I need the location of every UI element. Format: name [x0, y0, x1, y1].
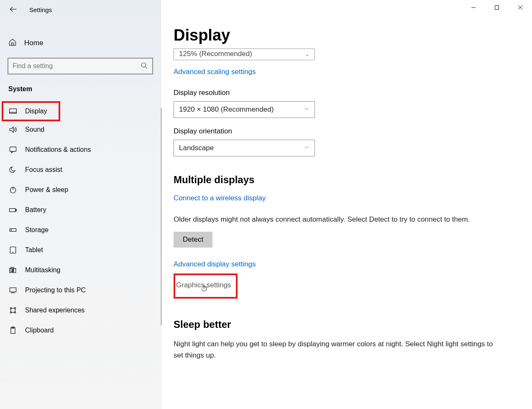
chevron-down-icon — [304, 105, 309, 114]
sidebar-item-label: Tablet — [25, 246, 43, 254]
sidebar-item-label: Display — [25, 107, 47, 115]
sidebar-item-home[interactable]: Home — [0, 32, 161, 54]
resolution-label: Display resolution — [174, 89, 519, 97]
storage-icon — [8, 226, 18, 234]
page-title: Display — [174, 26, 519, 44]
sidebar-item-projecting[interactable]: Projecting to this PC — [0, 280, 161, 300]
resolution-select[interactable]: 1920 × 1080 (Recommended) — [174, 101, 315, 118]
close-button[interactable] — [509, 0, 532, 15]
sidebar-nav: Display Sound Notifications & actions Fo… — [0, 101, 161, 340]
sidebar-item-label: Shared experiences — [25, 307, 84, 314]
svg-point-24 — [10, 307, 11, 309]
sidebar-item-label: Notifications & actions — [25, 146, 91, 153]
chevron-down-icon: ⌄ — [305, 51, 309, 57]
sidebar-item-clipboard[interactable]: Clipboard — [0, 320, 161, 340]
svg-point-26 — [10, 312, 11, 313]
section-multiple-displays: Multiple displays — [174, 174, 519, 186]
moon-icon — [8, 166, 18, 174]
detect-button[interactable]: Detect — [174, 232, 212, 248]
svg-point-25 — [14, 307, 15, 309]
sleep-body-text: Night light can help you get to sleep by… — [174, 339, 504, 361]
svg-rect-15 — [16, 209, 17, 211]
sidebar-category: System — [0, 82, 161, 103]
sidebar-item-notifications[interactable]: Notifications & actions — [0, 140, 161, 160]
svg-rect-14 — [10, 209, 15, 212]
highlight-graphics-settings: Graphics settings — [174, 274, 238, 299]
link-graphics-settings[interactable]: Graphics settings — [176, 281, 231, 289]
clipboard-icon — [8, 326, 18, 335]
back-icon[interactable] — [9, 5, 18, 15]
sidebar-item-battery[interactable]: Battery — [0, 200, 161, 220]
svg-rect-22 — [13, 268, 16, 273]
window-controls — [462, 0, 532, 15]
sidebar: Settings Home System Display Sound Notif… — [0, 0, 161, 409]
sidebar-item-storage[interactable]: Storage — [0, 220, 161, 240]
home-icon — [8, 38, 17, 48]
svg-rect-8 — [10, 109, 17, 113]
svg-point-6 — [141, 63, 146, 67]
monitor-icon — [8, 107, 18, 115]
svg-point-17 — [11, 230, 12, 230]
sidebar-item-focus-assist[interactable]: Focus assist — [0, 160, 161, 180]
svg-line-7 — [145, 66, 147, 68]
sidebar-item-shared-experiences[interactable]: Shared experiences — [0, 300, 161, 320]
orientation-label: Display orientation — [174, 127, 519, 135]
chevron-down-icon — [304, 144, 309, 152]
sidebar-item-label: Storage — [25, 226, 49, 234]
sidebar-item-display[interactable]: Display — [2, 101, 60, 121]
sidebar-item-tablet[interactable]: Tablet — [0, 240, 161, 260]
sidebar-item-power-sleep[interactable]: Power & sleep — [0, 180, 161, 200]
orientation-value: Landscape — [179, 144, 214, 152]
orientation-select[interactable]: Landscape — [174, 140, 315, 156]
link-advanced-display[interactable]: Advanced display settings — [174, 260, 256, 268]
scale-select-value: 125% (Recommended) — [179, 50, 252, 58]
link-wireless-display[interactable]: Connect to a wireless display — [174, 194, 266, 202]
tablet-icon — [8, 246, 18, 254]
sidebar-item-label: Power & sleep — [25, 186, 68, 194]
minimize-button[interactable] — [462, 0, 485, 15]
section-sleep-better: Sleep better — [174, 319, 519, 330]
search-field[interactable] — [13, 62, 141, 70]
main-content: Display 125% (Recommended) ⌄ Advanced sc… — [161, 0, 532, 409]
svg-rect-23 — [10, 288, 16, 292]
home-label: Home — [24, 39, 43, 47]
link-advanced-scaling[interactable]: Advanced scaling settings — [174, 68, 256, 76]
sidebar-item-label: Clipboard — [25, 327, 54, 334]
search-icon — [141, 62, 148, 71]
sidebar-item-label: Projecting to this PC — [25, 286, 86, 294]
sidebar-item-multitasking[interactable]: Multitasking — [0, 260, 161, 280]
sidebar-item-label: Focus assist — [25, 166, 62, 174]
scale-select[interactable]: 125% (Recommended) ⌄ — [174, 49, 315, 60]
maximize-button[interactable] — [485, 0, 509, 15]
app-title: Settings — [29, 6, 52, 13]
svg-rect-11 — [10, 147, 16, 151]
svg-marker-10 — [10, 127, 13, 132]
sidebar-item-label: Multitasking — [25, 266, 60, 274]
battery-icon — [8, 206, 18, 214]
sidebar-item-label: Sound — [25, 126, 44, 133]
detect-hint-text: Older displays might not always connect … — [174, 214, 504, 225]
multitask-icon — [8, 266, 18, 274]
svg-point-27 — [14, 312, 15, 313]
search-input[interactable] — [8, 58, 153, 74]
sound-icon — [8, 125, 18, 134]
project-icon — [8, 286, 18, 294]
sidebar-item-sound[interactable]: Sound — [0, 120, 161, 140]
resolution-value: 1920 × 1080 (Recommended) — [179, 105, 274, 114]
power-icon — [8, 186, 18, 194]
share-icon — [8, 306, 18, 314]
svg-rect-1 — [495, 6, 499, 10]
svg-rect-5 — [12, 43, 14, 46]
chat-icon — [8, 146, 18, 154]
sidebar-item-label: Battery — [25, 206, 46, 214]
